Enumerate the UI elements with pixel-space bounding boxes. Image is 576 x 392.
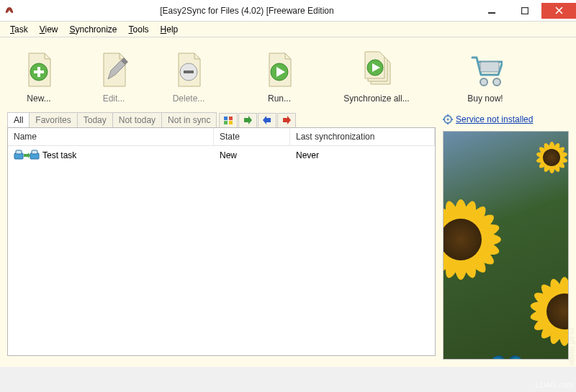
svg-point-14 xyxy=(480,78,487,86)
svg-point-29 xyxy=(447,119,449,121)
svg-rect-8 xyxy=(184,70,194,73)
svg-rect-4 xyxy=(34,70,44,73)
svg-rect-19 xyxy=(229,121,233,124)
edit-file-icon xyxy=(96,50,131,91)
svg-rect-16 xyxy=(224,117,228,120)
svg-rect-26 xyxy=(32,150,37,154)
row-last-sync: Never xyxy=(290,147,435,163)
filter-tabs: All Favorites Today Not today Not in syn… xyxy=(7,112,436,127)
delete-file-icon xyxy=(171,50,206,91)
task-list: Name State Last synchronization xyxy=(7,127,436,356)
minimize-button[interactable] xyxy=(475,3,508,19)
svg-marker-22 xyxy=(283,116,291,124)
run-button[interactable]: Run... xyxy=(246,50,312,104)
service-status: Service not installed xyxy=(443,112,569,127)
promo-image[interactable] xyxy=(443,131,569,360)
menu-view[interactable]: View xyxy=(34,23,64,36)
delete-button[interactable]: Delete... xyxy=(156,50,222,104)
sync-pair-icon xyxy=(14,149,40,162)
delete-label: Delete... xyxy=(173,94,205,104)
shopping-cart-icon xyxy=(468,50,503,91)
column-last-sync[interactable]: Last synchronization xyxy=(290,128,435,145)
work-area: All Favorites Today Not today Not in syn… xyxy=(0,112,576,367)
tab-not-in-sync[interactable]: Not in sync xyxy=(161,112,217,127)
filter-icon-multi[interactable] xyxy=(219,113,238,127)
run-label: Run... xyxy=(268,94,291,104)
menu-help[interactable]: Help xyxy=(155,23,184,36)
tab-all[interactable]: All xyxy=(7,112,30,127)
row-state: New xyxy=(214,147,290,163)
watermark: LO4D.com xyxy=(535,380,573,389)
menu-task[interactable]: Task xyxy=(4,23,34,36)
menu-synchronize[interactable]: Synchronize xyxy=(64,23,123,36)
edit-button[interactable]: Edit... xyxy=(81,50,147,104)
svg-marker-21 xyxy=(263,116,271,124)
close-button[interactable] xyxy=(541,3,576,19)
svg-rect-1 xyxy=(522,7,528,14)
buy-now-button[interactable]: Buy now! xyxy=(452,50,518,104)
app-icon xyxy=(0,0,19,22)
side-caption: rn off image xyxy=(568,328,576,366)
sync-all-label: Synchronize all... xyxy=(343,94,409,104)
svg-rect-13 xyxy=(480,62,499,72)
filter-icon-forward-green[interactable] xyxy=(238,113,257,127)
new-file-icon xyxy=(22,50,56,91)
toolbar: New... Edit... Delete... xyxy=(0,37,576,112)
tab-favorites[interactable]: Favorites xyxy=(29,112,77,127)
svg-rect-0 xyxy=(488,12,495,14)
menu-tools[interactable]: Tools xyxy=(123,23,155,36)
menu-bar: Task View Synchronize Tools Help xyxy=(0,22,576,37)
filter-icon-back-blue[interactable] xyxy=(258,113,276,127)
svg-point-15 xyxy=(493,78,500,86)
tab-not-today[interactable]: Not today xyxy=(112,112,162,127)
sync-all-icon xyxy=(359,50,394,91)
svg-rect-18 xyxy=(224,121,228,124)
gear-icon xyxy=(443,114,453,124)
column-state[interactable]: State xyxy=(214,128,290,145)
edit-label: Edit... xyxy=(103,94,125,104)
svg-rect-17 xyxy=(229,117,233,120)
list-header: Name State Last synchronization xyxy=(8,128,435,146)
column-name[interactable]: Name xyxy=(8,128,214,145)
svg-marker-20 xyxy=(244,116,252,124)
title-bar: [Easy2Sync for Files (4.02) [Freeware Ed… xyxy=(0,0,576,22)
maximize-button[interactable] xyxy=(508,3,541,19)
synchronize-all-button[interactable]: Synchronize all... xyxy=(337,50,416,104)
run-file-icon xyxy=(262,50,297,91)
new-button[interactable]: New... xyxy=(6,50,72,104)
new-label: New... xyxy=(27,94,50,104)
table-row[interactable]: Test task New Never xyxy=(8,146,435,165)
tab-today[interactable]: Today xyxy=(77,112,113,127)
buy-now-label: Buy now! xyxy=(467,94,503,104)
svg-rect-24 xyxy=(16,150,22,154)
svg-marker-27 xyxy=(24,152,30,158)
window-title: [Easy2Sync for Files (4.02) [Freeware Ed… xyxy=(19,6,475,16)
window-controls xyxy=(475,3,576,19)
row-name: Test task xyxy=(42,150,76,160)
service-link[interactable]: Service not installed xyxy=(456,114,533,124)
filter-icon-forward-red[interactable] xyxy=(277,113,296,127)
